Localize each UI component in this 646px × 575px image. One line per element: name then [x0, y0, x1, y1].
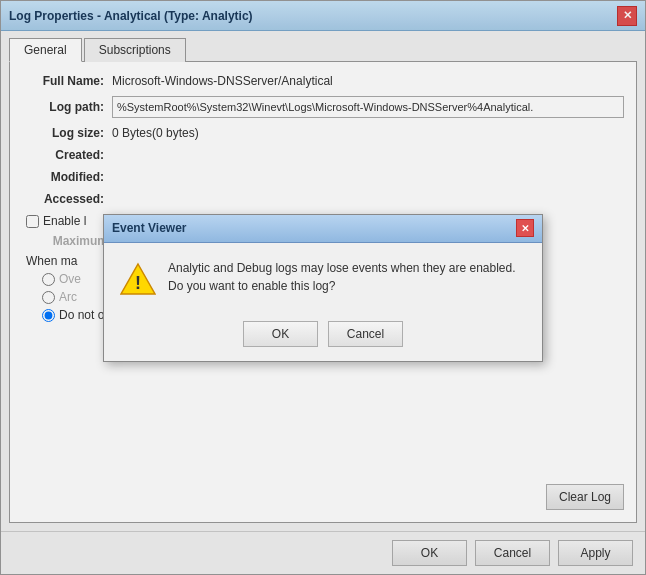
event-dialog-title: Event Viewer: [112, 221, 186, 235]
warning-icon: !: [120, 261, 156, 297]
event-ok-button[interactable]: OK: [243, 321, 318, 347]
event-body: ! Analytic and Debug logs may lose event…: [104, 243, 542, 313]
event-viewer-dialog: Event Viewer ✕ ! Analytic and Debug logs…: [103, 214, 543, 362]
event-title-bar: Event Viewer ✕: [104, 215, 542, 243]
event-cancel-button[interactable]: Cancel: [328, 321, 403, 347]
svg-text:!: !: [135, 273, 141, 293]
event-buttons: OK Cancel: [104, 313, 542, 361]
modal-overlay: Event Viewer ✕ ! Analytic and Debug logs…: [0, 0, 646, 575]
event-close-button[interactable]: ✕: [516, 219, 534, 237]
event-message: Analytic and Debug logs may lose events …: [168, 259, 526, 295]
